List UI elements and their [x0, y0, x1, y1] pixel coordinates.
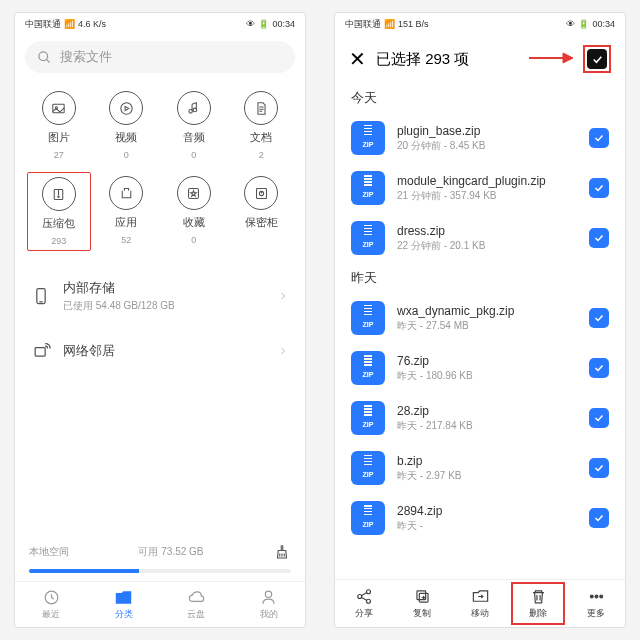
close-icon[interactable]: ✕: [349, 47, 366, 71]
status-bar: 中国联通📶151 B/s 👁🔋00:34: [335, 13, 625, 35]
cleanup-icon[interactable]: [273, 543, 291, 561]
svg-line-29: [361, 593, 367, 596]
chevron-right-icon: [277, 345, 289, 357]
action-share[interactable]: 分享: [335, 580, 393, 627]
checkbox[interactable]: [589, 358, 609, 378]
svg-rect-2: [53, 104, 64, 113]
svg-point-6: [193, 108, 197, 112]
category-archives[interactable]: 压缩包293: [27, 172, 91, 251]
network-neighbors-row[interactable]: 网络邻居: [15, 327, 305, 375]
zip-icon: ZIP: [351, 171, 385, 205]
category-favorites[interactable]: 收藏0: [162, 172, 226, 251]
zip-icon: ZIP: [351, 501, 385, 535]
search-input[interactable]: 搜索文件: [25, 41, 295, 73]
svg-line-1: [46, 59, 49, 62]
svg-point-24: [266, 591, 272, 597]
svg-point-26: [357, 595, 361, 599]
checkbox[interactable]: [589, 178, 609, 198]
internal-storage-row[interactable]: 内部存储已使用 54.48 GB/128 GB: [15, 265, 305, 327]
checkbox[interactable]: [589, 408, 609, 428]
section-today: 今天: [335, 83, 625, 113]
svg-point-39: [599, 595, 602, 598]
status-bar: 中国联通📶4.6 K/s 👁🔋00:34: [15, 13, 305, 35]
svg-point-28: [366, 599, 370, 603]
action-bar: 分享 复制 移动 删除 更多: [335, 579, 625, 627]
phone-storage-icon: [31, 286, 51, 306]
zip-icon: ZIP: [351, 221, 385, 255]
svg-point-37: [590, 595, 593, 598]
category-video[interactable]: 视频0: [95, 87, 159, 164]
checkbox[interactable]: [589, 458, 609, 478]
nav-cloud[interactable]: 云盘: [160, 582, 233, 627]
svg-line-30: [361, 597, 367, 600]
zip-icon: ZIP: [351, 451, 385, 485]
checkbox[interactable]: [589, 308, 609, 328]
checkbox[interactable]: [589, 508, 609, 528]
storage-summary: 本地空间可用 73.52 GB: [15, 543, 305, 565]
file-row[interactable]: ZIPplugin_base.zip20 分钟前 - 8.45 KB: [335, 113, 625, 163]
nav-me[interactable]: 我的: [233, 582, 306, 627]
annotation-arrow: [529, 51, 573, 69]
file-row[interactable]: ZIP28.zip昨天 - 217.84 KB: [335, 393, 625, 443]
chevron-right-icon: [277, 290, 289, 302]
file-row[interactable]: ZIPwxa_dynamic_pkg.zip昨天 - 27.54 MB: [335, 293, 625, 343]
svg-point-4: [121, 102, 132, 113]
file-row[interactable]: ZIPb.zip昨天 - 2.97 KB: [335, 443, 625, 493]
zip-icon: ZIP: [351, 401, 385, 435]
category-docs[interactable]: 文档2: [230, 87, 294, 164]
file-row[interactable]: ZIP2894.zip昨天 -: [335, 493, 625, 543]
zip-icon: ZIP: [351, 351, 385, 385]
svg-rect-19: [35, 348, 45, 356]
file-row[interactable]: ZIPdress.zip22 分钟前 - 20.1 KB: [335, 213, 625, 263]
action-delete[interactable]: 删除: [509, 580, 567, 627]
category-safe[interactable]: 保密柜: [230, 172, 294, 251]
zip-icon: ZIP: [351, 301, 385, 335]
wifi-device-icon: [31, 341, 51, 361]
category-grid: 图片27 视频0 音频0 文档2 压缩包293 应用52 收藏0 保密柜: [15, 79, 305, 265]
svg-point-5: [189, 109, 193, 113]
file-row[interactable]: ZIPmodule_kingcard_plugin.zip21 分钟前 - 35…: [335, 163, 625, 213]
select-all-checkbox[interactable]: [587, 49, 607, 69]
action-copy[interactable]: 复制: [393, 580, 451, 627]
category-apps[interactable]: 应用52: [95, 172, 159, 251]
file-list: 今天 ZIPplugin_base.zip20 分钟前 - 8.45 KB ZI…: [335, 83, 625, 579]
category-audio[interactable]: 音频0: [162, 87, 226, 164]
bottom-nav: 最近 分类 云盘 我的: [15, 581, 305, 627]
section-yesterday: 昨天: [335, 263, 625, 293]
selection-header: ✕ 已选择 293 项: [335, 35, 625, 83]
storage-progress: [29, 569, 291, 573]
nav-categories[interactable]: 分类: [88, 582, 161, 627]
screen-file-manager-categories: 中国联通📶4.6 K/s 👁🔋00:34 搜索文件 图片27 视频0 音频0 文…: [14, 12, 306, 628]
svg-point-38: [595, 595, 598, 598]
zip-icon: ZIP: [351, 121, 385, 155]
search-icon: [37, 50, 52, 65]
category-images[interactable]: 图片27: [27, 87, 91, 164]
screen-selection-mode: 中国联通📶151 B/s 👁🔋00:34 ✕ 已选择 293 项 今天 ZIPp…: [334, 12, 626, 628]
svg-rect-31: [416, 591, 425, 600]
action-move[interactable]: 移动: [451, 580, 509, 627]
checkbox[interactable]: [589, 128, 609, 148]
nav-recent[interactable]: 最近: [15, 582, 88, 627]
svg-point-12: [58, 195, 59, 196]
svg-point-27: [366, 590, 370, 594]
file-row[interactable]: ZIP76.zip昨天 - 180.96 KB: [335, 343, 625, 393]
checkbox[interactable]: [589, 228, 609, 248]
action-more[interactable]: 更多: [567, 580, 625, 627]
svg-point-0: [39, 51, 48, 60]
